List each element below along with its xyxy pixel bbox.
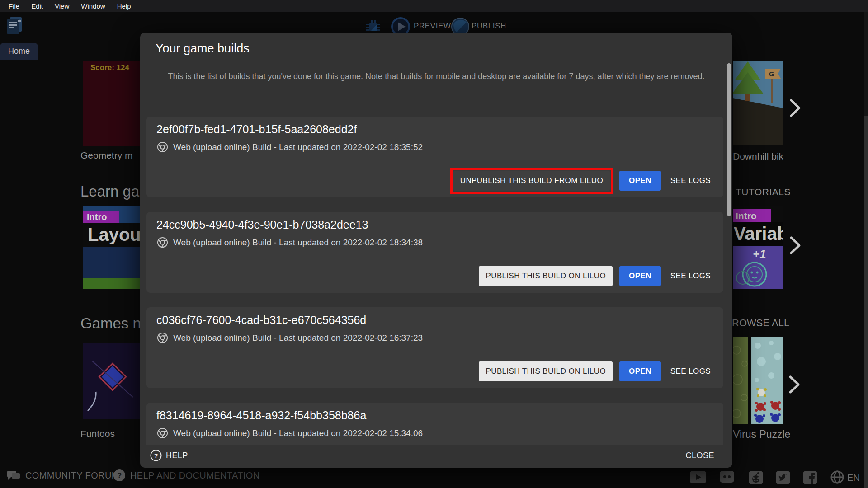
build-id: f8314619-8964-4518-a932-f54bb358b86a [156, 409, 366, 422]
help-docs-button[interactable]: ? HELP AND DOCUMENTATION [113, 469, 260, 482]
thumbnail-grass [83, 278, 140, 289]
svg-text:?: ? [154, 452, 159, 460]
thumbnail-art: +1 [733, 246, 783, 289]
globe-icon[interactable] [830, 470, 844, 486]
carousel-next-icon[interactable] [788, 235, 802, 258]
build-info-text: Web (upload online) Build - Last updated… [173, 333, 423, 343]
youtube-icon[interactable] [690, 471, 706, 485]
preview-button[interactable]: PREVIEW [414, 22, 451, 31]
thumbnail-tile-right [751, 337, 783, 424]
build-id: 2ef00f7b-fed1-4701-b15f-5aa2608edd2f [156, 123, 357, 136]
game-thumbnail-virus-puzzle[interactable] [733, 337, 783, 424]
section-heading-learn: Learn ga [80, 183, 139, 200]
game-label-downhill-bike: Downhill bik [733, 151, 783, 162]
carousel-next-icon[interactable] [788, 98, 802, 120]
menu-help[interactable]: Help [111, 2, 137, 10]
chrome-icon [156, 427, 169, 439]
twitter-icon[interactable] [776, 471, 790, 486]
build-card: 24cc90b5-4940-4f3e-90e1-b7038a2dee13 Web… [146, 212, 723, 293]
open-build-button[interactable]: OPEN [619, 171, 661, 191]
svg-text:G: G [769, 70, 774, 78]
build-info-row: Web (upload online) Build - Last updated… [156, 236, 423, 249]
chat-icon [6, 469, 21, 482]
tab-home[interactable]: Home [0, 43, 38, 60]
unpublish-build-button[interactable]: UNPUBLISH THIS BUILD FROM LILUO [453, 171, 610, 191]
build-info-text: Web (upload online) Build - Last updated… [173, 428, 423, 438]
page-scrollbar-thumb[interactable] [864, 116, 868, 488]
publish-build-button[interactable]: PUBLISH THIS BUILD ON LILUO [479, 266, 613, 286]
publish-button[interactable]: PUBLISH [472, 22, 506, 31]
dialog-description: This is the list of builds that you've d… [167, 70, 705, 83]
help-button[interactable]: ? HELP [150, 450, 188, 461]
see-logs-button[interactable]: SEE LOGS [668, 361, 713, 381]
menu-view[interactable]: View [49, 2, 75, 10]
game-thumbnail-geometry-monster[interactable] [83, 61, 140, 146]
menu-bar: File Edit View Window Help [0, 0, 868, 12]
build-info-row: Web (upload online) Build - Last updated… [156, 332, 423, 344]
language-selector[interactable]: EN [847, 473, 860, 483]
menu-edit[interactable]: Edit [25, 2, 49, 10]
annotation-highlight-box: UNPUBLISH THIS BUILD FROM LILUO [450, 168, 613, 194]
tutorial-title-text: Variab [733, 222, 783, 246]
build-card: 2ef00f7b-fed1-4701-b15f-5aa2608edd2f Web… [146, 117, 723, 197]
game-label-funtoos: Funtoos [80, 428, 115, 439]
carousel-next-icon[interactable] [787, 374, 801, 397]
dialog-scrollbar-thumb[interactable] [727, 63, 731, 216]
publish-build-button[interactable]: PUBLISH THIS BUILD ON LILUO [479, 361, 613, 381]
close-button[interactable]: CLOSE [685, 451, 714, 460]
tutorial-intro-badge: Intro [733, 209, 771, 222]
build-id: c036cf76-7600-4cad-b31c-e670c564356d [156, 314, 366, 327]
svg-text:?: ? [117, 471, 122, 480]
see-logs-button[interactable]: SEE LOGS [668, 266, 713, 286]
help-docs-label: HELP AND DOCUMENTATION [130, 470, 260, 481]
thumbnail-art [83, 247, 140, 278]
builds-list: 2ef00f7b-fed1-4701-b15f-5aa2608edd2f Web… [140, 96, 732, 445]
build-info-row: Web (upload online) Build - Last updated… [156, 427, 423, 439]
see-logs-button[interactable]: SEE LOGS [668, 171, 713, 191]
game-thumbnail-funtoos[interactable] [83, 343, 140, 419]
project-icon[interactable] [6, 16, 23, 38]
build-info-row: Web (upload online) Build - Last updated… [156, 141, 423, 153]
dialog-title: Your game builds [156, 42, 250, 56]
facebook-icon[interactable] [803, 471, 817, 486]
question-circle-icon: ? [113, 469, 126, 482]
tutorial-intro-badge: Intro [83, 211, 119, 223]
game-thumbnail-downhill-bike[interactable]: G [733, 61, 783, 145]
thumbnail-score-text: Score: 124 [90, 63, 129, 72]
reddit-icon[interactable] [749, 471, 763, 486]
build-info-text: Web (upload online) Build - Last updated… [173, 142, 423, 152]
browse-all-link[interactable]: ROWSE ALL [732, 317, 789, 329]
chrome-icon [156, 141, 169, 153]
dialog-footer: ? HELP CLOSE [140, 445, 732, 468]
build-card: c036cf76-7600-4cad-b31c-e670c564356d Web… [146, 307, 723, 388]
help-label: HELP [166, 451, 188, 460]
game-label-geometry: Geometry m [80, 150, 133, 161]
build-id: 24cc90b5-4940-4f3e-90e1-b7038a2dee13 [156, 218, 368, 231]
help-circle-icon: ? [150, 450, 162, 461]
community-forums-button[interactable]: COMMUNITY FORUMS [6, 469, 126, 482]
tutorial-thumbnail-variables[interactable]: Intro Variab +1 [733, 206, 783, 289]
tutorials-link[interactable]: TUTORIALS [736, 187, 791, 197]
open-build-button[interactable]: OPEN [619, 266, 661, 286]
chrome-icon [156, 332, 169, 344]
build-info-text: Web (upload online) Build - Last updated… [173, 238, 423, 248]
game-builds-dialog: Your game builds This is the list of bui… [140, 33, 732, 468]
menu-window[interactable]: Window [75, 2, 111, 10]
chrome-icon [156, 236, 169, 249]
game-label-virus-puzzle: Virus Puzzle [733, 428, 790, 441]
tutorial-thumbnail-layouts[interactable]: Intro Layou [83, 206, 140, 289]
build-card: f8314619-8964-4518-a932-f54bb358b86a Web… [146, 403, 723, 445]
open-build-button[interactable]: OPEN [619, 361, 661, 381]
community-forums-label: COMMUNITY FORUMS [25, 470, 126, 481]
tutorial-title-text: Layou [83, 223, 140, 247]
section-heading-games: Games n [80, 315, 141, 332]
menu-file[interactable]: File [3, 2, 25, 10]
discord-icon[interactable] [720, 471, 734, 486]
thumbnail-tile-left [733, 337, 748, 424]
